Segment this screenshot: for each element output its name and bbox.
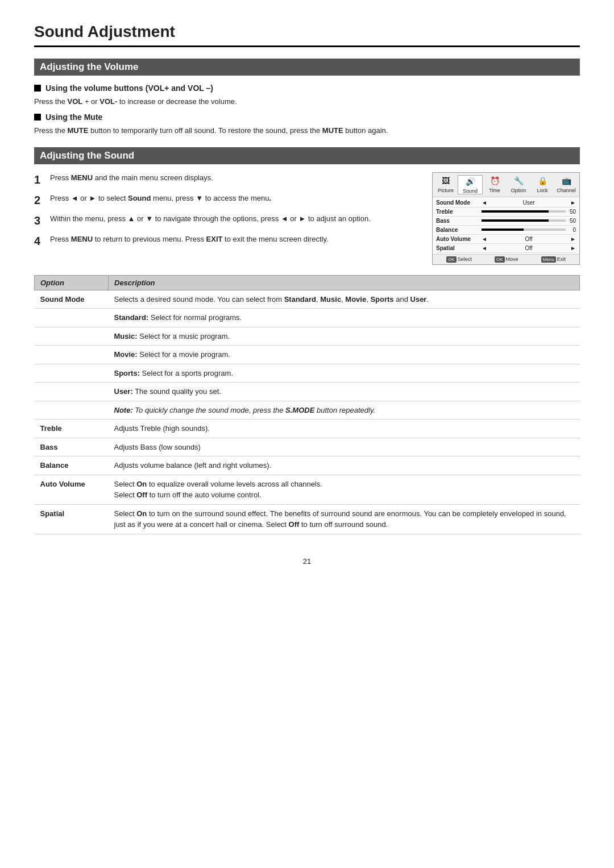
menu-rows: Sound Mode ◄ User ► Treble 50: [433, 197, 579, 254]
menu-icon-sound: 🔊 Sound: [458, 175, 483, 194]
lock-icon: 🔒: [536, 175, 549, 186]
table-row-balance: Balance Adjusts volume balance (left and…: [35, 456, 580, 475]
menu-row-spatial: Spatial ◄ Off ►: [436, 244, 576, 253]
desc-movie: Movie: Select for a movie program.: [109, 346, 580, 364]
mute-title: Using the Mute: [34, 113, 580, 122]
table-row-standard: Standard: Select for normal programs.: [35, 309, 580, 327]
table-row-treble: Treble Adjusts Treble (high sounds).: [35, 420, 580, 438]
menu-icon-option: 🔧 Option: [507, 175, 530, 194]
desc-spatial: Select On to turn on the surround sound …: [109, 504, 580, 534]
desc-standard: Standard: Select for normal programs.: [109, 309, 580, 327]
option-bass: Bass: [35, 438, 109, 456]
option-treble: Treble: [35, 420, 109, 438]
col-option: Option: [35, 275, 109, 290]
table-row-user: User: The sound quality you set.: [35, 383, 580, 401]
desc-user: User: The sound quality you set.: [109, 383, 580, 401]
note-text: Note: To quickly change the sound mode, …: [109, 401, 580, 420]
menu-icon-channel: 📺 Channel: [554, 175, 578, 194]
sound-layout: 1 Press MENU and the main menu screen di…: [34, 172, 580, 265]
table-row-bass: Bass Adjusts Bass (low sounds): [35, 438, 580, 456]
options-table-header: Option Description: [35, 275, 580, 290]
vol-buttons-desc: Press the VOL + or VOL- to increase or d…: [34, 96, 580, 108]
menu-row-balance: Balance 0: [436, 226, 576, 235]
menu-icon-time: ⏰ Time: [483, 175, 507, 194]
volume-section-header: Adjusting the Volume: [34, 59, 580, 76]
menu-row-auto-volume: Auto Volume ◄ Off ►: [436, 235, 576, 244]
desc-bass: Adjusts Bass (low sounds): [109, 438, 580, 456]
table-row-sports: Sports: Select for a sports program.: [35, 364, 580, 383]
page-title: Sound Adjustment: [34, 23, 580, 47]
footer-exit: Menu Exit: [541, 256, 566, 263]
footer-select: OK Select: [446, 256, 472, 263]
footer-move: OK Move: [495, 256, 518, 263]
page-number: 21: [34, 557, 580, 566]
menu-footer: OK Select OK Move Menu Exit: [433, 254, 579, 264]
option-sound-mode: Sound Mode: [35, 290, 109, 309]
table-row-spatial: Spatial Select On to turn on the surroun…: [35, 504, 580, 534]
option-auto-volume: Auto Volume: [35, 475, 109, 504]
desc-sports: Sports: Select for a sports program.: [109, 364, 580, 383]
desc-sound-mode: Selects a desired sound mode. You can se…: [109, 290, 580, 309]
step-2: 2 Press ◄ or ► to select Sound menu, pre…: [34, 193, 421, 207]
step-4: 4 Press MENU to return to previous menu.…: [34, 234, 421, 248]
picture-icon: 🖼: [439, 175, 453, 186]
menu-screen-mockup: 🖼 Picture 🔊 Sound ⏰ Time 🔧 Option: [432, 172, 580, 265]
desc-treble: Adjusts Treble (high sounds).: [109, 420, 580, 438]
step-3: 3 Within the menu, press ▲ or ▼ to navig…: [34, 213, 421, 228]
step-list: 1 Press MENU and the main menu screen di…: [34, 172, 421, 248]
menu-icon-lock: 🔒 Lock: [530, 175, 554, 194]
menu-icons-row: 🖼 Picture 🔊 Sound ⏰ Time 🔧 Option: [433, 173, 579, 197]
step-1: 1 Press MENU and the main menu screen di…: [34, 172, 421, 187]
time-icon: ⏰: [488, 175, 501, 186]
sound-section-header: Adjusting the Sound: [34, 147, 580, 164]
desc-balance: Adjusts volume balance (left and right v…: [109, 456, 580, 475]
vol-buttons-title: Using the volume buttons (VOL+ and VOL –…: [34, 84, 580, 93]
option-spatial: Spatial: [35, 504, 109, 534]
desc-music: Music: Select for a music program.: [109, 327, 580, 346]
table-row-note: Note: To quickly change the sound mode, …: [35, 401, 580, 420]
table-row-music: Music: Select for a music program.: [35, 327, 580, 346]
sound-section: Adjusting the Sound 1 Press MENU and the…: [34, 147, 580, 265]
option-icon: 🔧: [512, 175, 525, 186]
menu-row-bass: Bass 50: [436, 217, 576, 226]
menu-icon-picture: 🖼 Picture: [434, 175, 458, 194]
menu-screen: 🖼 Picture 🔊 Sound ⏰ Time 🔧 Option: [432, 172, 580, 265]
table-row-movie: Movie: Select for a movie program.: [35, 346, 580, 364]
col-description: Description: [109, 275, 580, 290]
sound-icon: 🔊: [463, 176, 477, 187]
option-balance: Balance: [35, 456, 109, 475]
bullet-square-2: [34, 114, 41, 121]
table-row-auto-volume: Auto Volume Select On to equalize overal…: [35, 475, 580, 504]
channel-icon: 📺: [559, 175, 573, 186]
volume-section: Adjusting the Volume Using the volume bu…: [34, 59, 580, 137]
menu-row-treble: Treble 50: [436, 207, 576, 217]
table-row-sound-mode: Sound Mode Selects a desired sound mode.…: [35, 290, 580, 309]
options-table: Option Description Sound Mode Selects a …: [34, 275, 580, 534]
menu-row-sound-mode: Sound Mode ◄ User ►: [436, 198, 576, 207]
bullet-square: [34, 85, 41, 92]
desc-auto-volume: Select On to equalize overall volume lev…: [109, 475, 580, 504]
mute-desc: Press the MUTE button to temporarily tur…: [34, 125, 580, 137]
steps-column: 1 Press MENU and the main menu screen di…: [34, 172, 421, 265]
